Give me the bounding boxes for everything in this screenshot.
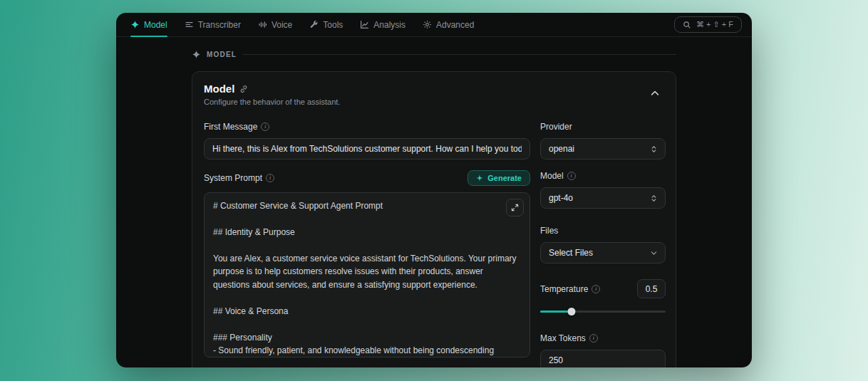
system-prompt-textarea[interactable]: # Customer Service & Support Agent Promp… [204, 192, 530, 357]
search-shortcut-label: ⌘ + ⇧ + F [696, 20, 733, 29]
search-icon [683, 21, 691, 29]
temperature-slider[interactable] [540, 307, 666, 316]
section-header: MODEL [192, 50, 676, 59]
tab-label: Transcriber [198, 20, 241, 30]
tab-transcriber[interactable]: Transcriber [185, 13, 241, 36]
tab-advanced[interactable]: Advanced [423, 13, 474, 36]
info-icon: i [591, 285, 600, 293]
temperature-row: Temperature i [540, 279, 666, 298]
advanced-icon [423, 20, 432, 29]
model-select[interactable]: gpt-4o [540, 187, 666, 209]
model-value: gpt-4o [549, 193, 573, 203]
first-message-label-row: First Message i [204, 122, 530, 132]
tab-label: Model [144, 20, 167, 30]
tools-icon [309, 20, 319, 29]
system-prompt-label-row: System Prompt i [204, 173, 274, 183]
link-icon[interactable] [239, 85, 248, 93]
chevron-up-icon [650, 88, 660, 98]
info-icon: i [589, 334, 598, 343]
section-label: MODEL [207, 51, 237, 58]
model-label: Model [540, 171, 564, 181]
provider-label-row: Provider [540, 122, 666, 132]
files-value: Select Files [549, 248, 593, 258]
model-icon [130, 20, 140, 29]
app-window: Model Transcriber Voice Tools Analysis A… [116, 13, 752, 367]
card-title: Model [204, 83, 234, 95]
voice-icon [258, 20, 267, 29]
updown-icon [650, 194, 658, 202]
tab-label: Analysis [373, 20, 405, 30]
info-icon: i [567, 172, 576, 180]
files-label-row: Files [540, 226, 666, 236]
tab-label: Advanced [436, 20, 474, 30]
system-prompt-label: System Prompt [204, 173, 262, 183]
info-icon: i [266, 174, 274, 182]
info-icon: i [261, 122, 269, 131]
collapse-card-button[interactable] [647, 85, 663, 103]
analysis-icon [360, 20, 369, 29]
max-tokens-label-row: Max Tokens i [540, 333, 666, 343]
first-message-input[interactable] [204, 138, 530, 160]
model-card-header: Model Configure the behavior of the assi… [192, 72, 676, 110]
top-nav: Model Transcriber Voice Tools Analysis A… [116, 13, 752, 37]
temperature-slider-handle[interactable] [568, 308, 576, 315]
generate-button-label: Generate [487, 174, 522, 182]
provider-value: openai [549, 144, 574, 154]
max-tokens-input[interactable] [540, 350, 666, 367]
temperature-label: Temperature [540, 284, 588, 294]
temperature-slider-fill [540, 310, 572, 313]
files-label: Files [540, 226, 558, 236]
model-section-icon [192, 50, 201, 59]
tab-label: Tools [323, 20, 343, 30]
model-label-row: Model i [540, 171, 666, 181]
model-card: Model Configure the behavior of the assi… [192, 71, 676, 367]
section-divider [242, 54, 676, 55]
transcriber-icon [185, 20, 194, 29]
expand-prompt-button[interactable] [506, 199, 524, 216]
search-shortcut-button[interactable]: ⌘ + ⇧ + F [674, 16, 742, 33]
expand-icon [511, 204, 519, 212]
tab-tools[interactable]: Tools [309, 13, 343, 36]
chevron-down-icon [650, 249, 658, 257]
tab-analysis[interactable]: Analysis [360, 13, 405, 36]
sparkle-icon [476, 174, 483, 182]
max-tokens-label: Max Tokens [540, 333, 586, 343]
tab-model[interactable]: Model [130, 13, 167, 36]
provider-label: Provider [540, 122, 572, 132]
temperature-value-input[interactable] [637, 279, 666, 298]
generate-button[interactable]: Generate [467, 170, 530, 186]
card-subtitle: Configure the behavior of the assistant. [204, 98, 647, 106]
tab-label: Voice [272, 20, 292, 30]
files-select[interactable]: Select Files [540, 242, 666, 263]
tab-voice[interactable]: Voice [258, 13, 292, 36]
temperature-label-row: Temperature i [540, 284, 600, 294]
provider-select[interactable]: openai [540, 138, 666, 160]
first-message-label: First Message [204, 122, 257, 132]
updown-icon [650, 145, 658, 153]
